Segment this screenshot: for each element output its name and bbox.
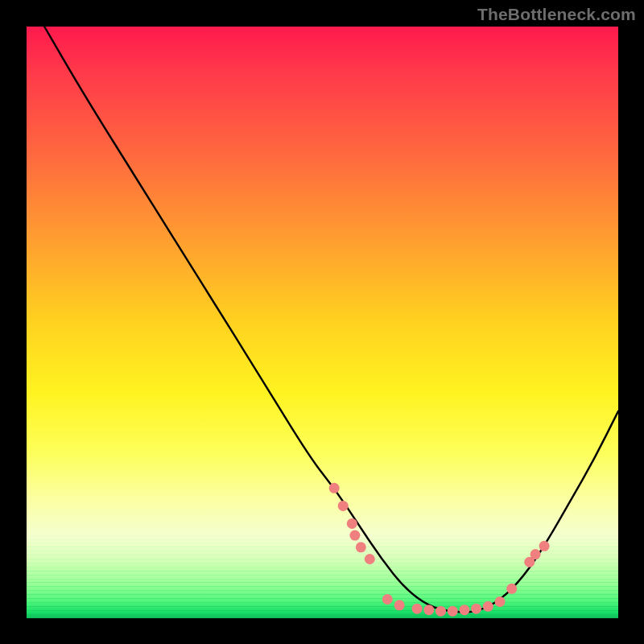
- bottleneck-curve-svg: [27, 27, 618, 618]
- curve-marker: [356, 542, 366, 552]
- curve-marker: [347, 518, 357, 529]
- curve-marker: [471, 604, 481, 614]
- curve-marker: [365, 554, 375, 564]
- curve-marker: [459, 605, 469, 615]
- curve-marker: [539, 541, 550, 551]
- chart-stage: TheBottleneck.com: [0, 0, 644, 644]
- bottleneck-curve-path: [44, 27, 618, 613]
- curve-markers: [329, 483, 550, 617]
- curve-marker: [530, 549, 541, 559]
- curve-marker: [448, 606, 458, 617]
- curve-marker: [436, 606, 446, 617]
- curve-marker: [412, 604, 423, 614]
- watermark-text: TheBottleneck.com: [477, 5, 636, 24]
- curve-marker: [423, 605, 434, 615]
- curve-marker: [495, 597, 506, 607]
- curve-marker: [329, 483, 340, 493]
- plot-area: [27, 27, 618, 618]
- curve-marker: [483, 601, 493, 612]
- curve-marker: [349, 530, 360, 541]
- curve-marker: [382, 594, 393, 605]
- curve-marker: [394, 600, 405, 610]
- curve-marker: [338, 501, 349, 511]
- curve-marker: [506, 584, 517, 594]
